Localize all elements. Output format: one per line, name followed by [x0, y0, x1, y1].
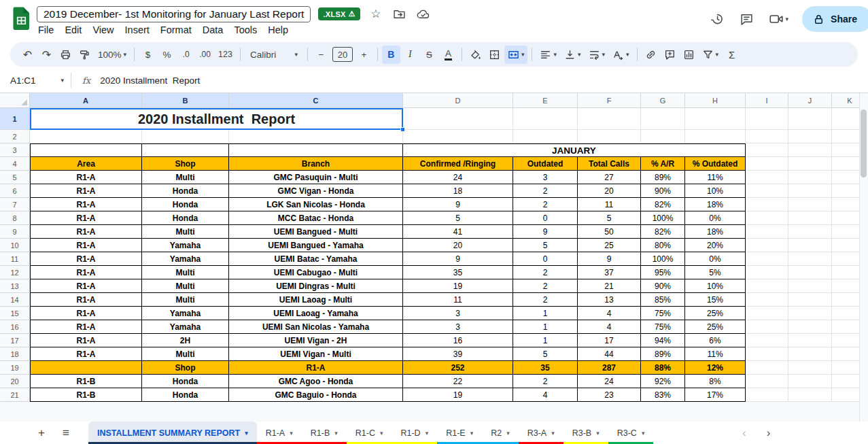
cell-F13[interactable]: 21 [578, 279, 641, 293]
cell-C12[interactable]: UEMI Cabugao - Multi [229, 266, 403, 279]
cell-J19[interactable] [788, 361, 832, 375]
cell-B8[interactable]: Honda [142, 211, 229, 225]
cell-C5[interactable]: GMC Pasuquin - Multi [229, 171, 403, 184]
chevron-down-icon[interactable]: ▾ [596, 430, 600, 437]
version-history-icon[interactable] [709, 11, 725, 27]
scroll-sheets-left-icon[interactable]: ‹ [742, 426, 746, 440]
sheet-tab-r1-e[interactable]: R1-E▾ [437, 422, 482, 444]
cell-J5[interactable] [788, 171, 832, 184]
cell-C8[interactable]: MCC Batac - Honda [229, 211, 403, 225]
cell-A8[interactable]: R1-A [30, 211, 142, 225]
cell-E16[interactable]: 1 [513, 320, 578, 334]
cell-A18[interactable]: R1-A [30, 347, 142, 361]
cell-I16[interactable] [746, 320, 788, 334]
redo-button[interactable]: ↷ [37, 46, 56, 64]
cell-C16[interactable]: UEMI San Nicolas - Yamaha [229, 320, 403, 334]
row-header-7[interactable]: 7 [0, 198, 30, 211]
cell-D11[interactable]: 9 [403, 252, 513, 266]
cell-J11[interactable] [788, 252, 832, 266]
insert-link-button[interactable] [642, 46, 660, 64]
cell-A19[interactable] [30, 361, 142, 375]
select-all-corner[interactable] [0, 93, 30, 108]
cell-D18[interactable]: 39 [403, 347, 513, 361]
menu-data[interactable]: Data [197, 22, 229, 37]
row-header-15[interactable]: 15 [0, 307, 30, 320]
menu-insert[interactable]: Insert [120, 22, 155, 37]
cell-H16[interactable]: 25% [685, 320, 746, 334]
cell-A12[interactable]: R1-A [30, 266, 142, 279]
cell-I10[interactable] [746, 239, 788, 252]
chevron-down-icon[interactable]: ▾ [786, 16, 789, 22]
cell-E9[interactable]: 9 [513, 225, 578, 239]
cell-B21[interactable]: Honda [142, 388, 229, 402]
column-header-C[interactable]: C [229, 93, 403, 108]
column-header-J[interactable]: J [788, 93, 832, 108]
menu-tools[interactable]: Tools [228, 22, 262, 37]
cell-I9[interactable] [746, 225, 788, 239]
cell-C10[interactable]: UEMI Bangued - Yamaha [229, 239, 403, 252]
font-size-input[interactable]: 20 [332, 47, 353, 62]
cell-C20[interactable]: GMC Agoo - Honda [229, 375, 403, 388]
cell-F14[interactable]: 13 [578, 293, 641, 307]
cell-E8[interactable]: 0 [513, 211, 578, 225]
cell-D15[interactable]: 3 [403, 307, 513, 320]
cell-I20[interactable] [746, 375, 788, 388]
cell-A2[interactable] [30, 130, 142, 143]
cell-E4[interactable]: Outdated [513, 157, 578, 171]
cell-F2[interactable] [578, 130, 641, 143]
cell-F17[interactable]: 17 [578, 334, 641, 347]
horizontal-align-button[interactable]: ▾ [536, 46, 560, 64]
cell-H9[interactable]: 18% [685, 225, 746, 239]
comments-icon[interactable] [739, 11, 755, 27]
cell-I19[interactable] [746, 361, 788, 375]
cell-B19[interactable]: Shop [142, 361, 229, 375]
cell-G15[interactable]: 75% [641, 307, 685, 320]
cell-A4[interactable]: Area [30, 157, 142, 171]
row-header-18[interactable]: 18 [0, 347, 30, 361]
cell-B20[interactable]: Honda [142, 375, 229, 388]
vertical-scrollbar-thumb[interactable] [861, 109, 867, 177]
cell-A15[interactable]: R1-A [30, 307, 142, 320]
cloud-status-icon[interactable] [415, 6, 432, 22]
cell-F19[interactable]: 287 [578, 361, 641, 375]
cell-G4[interactable]: % A/R [641, 157, 685, 171]
cell-B12[interactable]: Multi [142, 266, 229, 279]
cell-A5[interactable]: R1-A [30, 171, 142, 184]
cell-F7[interactable]: 11 [578, 198, 641, 211]
italic-button[interactable]: I [401, 46, 419, 64]
menu-edit[interactable]: Edit [59, 22, 87, 37]
chevron-down-icon[interactable]: ▾ [506, 430, 510, 437]
increase-font-size-button[interactable]: + [355, 46, 373, 64]
cell-J7[interactable] [788, 198, 832, 211]
cell-B10[interactable]: Yamaha [142, 239, 229, 252]
undo-button[interactable]: ↶ [18, 46, 37, 64]
column-header-H[interactable]: H [685, 93, 746, 108]
cell-F18[interactable]: 44 [578, 347, 641, 361]
row-header-1[interactable]: 1 [0, 108, 30, 130]
decrease-font-size-button[interactable]: − [312, 46, 330, 64]
cell-G8[interactable]: 100% [641, 211, 685, 225]
cell-I2[interactable] [746, 130, 788, 143]
cell-C3[interactable] [229, 143, 403, 157]
cell-G7[interactable]: 82% [641, 198, 685, 211]
chevron-down-icon[interactable]: ▾ [245, 430, 248, 437]
cell-E19[interactable]: 35 [513, 361, 578, 375]
cell-E10[interactable]: 5 [513, 239, 578, 252]
cell-C11[interactable]: UEMI Batac - Yamaha [229, 252, 403, 266]
cell-I8[interactable] [746, 211, 788, 225]
cell-I18[interactable] [746, 347, 788, 361]
cell-B18[interactable]: Multi [142, 347, 229, 361]
cell-A11[interactable]: R1-A [30, 252, 142, 266]
cell-F8[interactable]: 5 [578, 211, 641, 225]
sheet-tab-r2[interactable]: R2▾ [482, 422, 519, 444]
cell-J8[interactable] [788, 211, 832, 225]
column-header-F[interactable]: F [578, 93, 641, 108]
cell-F5[interactable]: 27 [578, 171, 641, 184]
cell-D10[interactable]: 20 [403, 239, 513, 252]
cell-I13[interactable] [746, 279, 788, 293]
column-header-D[interactable]: D [403, 93, 513, 108]
cell-B6[interactable]: Honda [142, 184, 229, 198]
doc-title-input[interactable]: 2019 December- 1st Monitoring for Januar… [37, 6, 311, 22]
cell-C13[interactable]: UEMI Dingras - Multi [229, 279, 403, 293]
sheet-tab-r3-c[interactable]: R3-C▾ [608, 422, 654, 444]
